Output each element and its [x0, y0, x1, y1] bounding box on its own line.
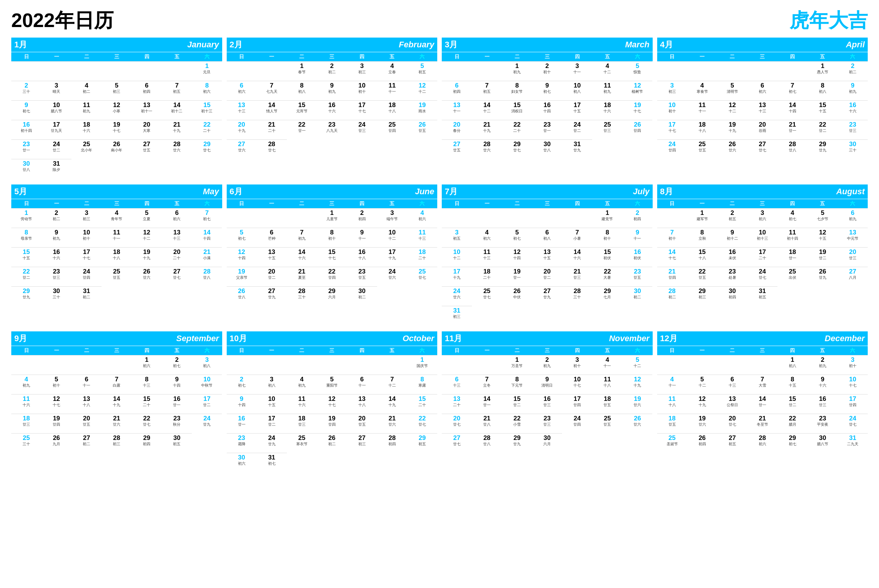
day-number: 1 — [330, 209, 333, 217]
day-number: 21 — [483, 415, 491, 422]
day-number: 20 — [453, 121, 461, 128]
day-sub: 廿八 — [23, 168, 30, 172]
month-block-3月: 3月March日一二三四五六1初九2初十3十一4十二5惊蛰6初四7初五8妇女节9… — [442, 38, 653, 178]
empty-cell — [747, 61, 777, 81]
day-number: 15 — [514, 395, 521, 403]
day-number: 13 — [143, 101, 150, 109]
day-number: 22 — [819, 121, 826, 128]
day-number: 15 — [789, 395, 796, 403]
day-cell: 14十九 — [102, 394, 132, 414]
empty-cell — [717, 61, 747, 81]
day-sub: 父亲节 — [236, 275, 247, 280]
day-cell: 20春分 — [442, 120, 472, 139]
day-header-二: 二 — [502, 346, 532, 355]
day-number: 27 — [83, 434, 90, 442]
day-cell: 18廿一 — [777, 247, 808, 267]
day-cell: 26廿九 — [808, 267, 838, 286]
day-cell: 24廿六 — [377, 267, 407, 286]
day-sub: 廿七 — [418, 275, 426, 280]
day-sub: 廿三 — [849, 256, 856, 260]
day-cell: 28初四 — [377, 433, 407, 453]
day-cell: 10十五 — [257, 394, 287, 414]
day-sub: 寒食节 — [697, 89, 708, 94]
day-cell: 14十六 — [562, 247, 592, 267]
day-sub: 晴天 — [53, 89, 60, 94]
day-sub: 初四 — [699, 442, 706, 446]
day-cell: 10十七 — [838, 375, 868, 394]
day-cell: 25廿五 — [592, 414, 622, 433]
day-sub: 二十 — [268, 128, 276, 133]
day-cell: 24廿九 — [192, 414, 222, 433]
day-header-六: 六 — [838, 199, 868, 208]
en-month-label: December — [825, 334, 865, 343]
day-sub: 初四 — [388, 442, 396, 446]
empty-cell — [102, 355, 132, 375]
day-cell: 3初十 — [562, 355, 592, 375]
day-cell: 22廿二 — [11, 267, 41, 286]
calendar-container: 1月January日一二三四五六1元旦2三十3晴天4初二5初三6初四7初五8初六… — [11, 38, 868, 472]
day-header-三: 三 — [532, 346, 562, 355]
day-cell: 1初六 — [132, 355, 162, 375]
day-cell: 18二十 — [407, 247, 437, 267]
cn-month-label: 10月 — [230, 333, 247, 344]
day-number: 10 — [453, 248, 461, 256]
day-cell: 9初七 — [532, 81, 562, 100]
day-number: 14 — [268, 101, 275, 109]
cn-month-label: 11月 — [445, 333, 462, 344]
day-cell: 6初六 — [162, 208, 192, 228]
day-header-一: 一 — [41, 346, 71, 355]
day-header-三: 三 — [747, 346, 777, 355]
day-number: 16 — [819, 395, 826, 403]
day-number: 27 — [173, 268, 180, 275]
day-sub: 初二 — [83, 89, 90, 94]
day-cell: 19廿四 — [41, 414, 71, 433]
day-sub: 初七 — [543, 89, 551, 94]
day-sub: 十三 — [453, 383, 461, 388]
day-number: 13 — [759, 101, 766, 109]
day-cell: 26中伏 — [502, 286, 532, 306]
day-number: 11 — [604, 376, 611, 383]
day-cell: 16十六 — [838, 100, 868, 120]
day-sub: 初九 — [328, 89, 336, 94]
day-number: 29 — [143, 434, 150, 442]
day-sub: 廿四 — [328, 275, 336, 280]
day-sub: 立夏 — [143, 217, 150, 221]
day-cell: 5立夏 — [132, 208, 162, 228]
day-cell: 19廿六 — [687, 414, 717, 433]
day-cell: 12十四 — [227, 247, 257, 267]
day-sub: 愚人节 — [817, 70, 828, 74]
day-header-五: 五 — [808, 346, 838, 355]
day-number: 18 — [83, 121, 90, 128]
day-number: 23 — [328, 121, 335, 128]
day-number: 24 — [53, 141, 60, 148]
day-sub: 十八 — [83, 403, 90, 407]
day-sub: 二十 — [203, 128, 211, 133]
day-header-五: 五 — [808, 52, 838, 61]
cn-month-label: 1月 — [14, 39, 27, 50]
day-number: 21 — [668, 268, 676, 275]
day-sub: 十五 — [789, 383, 796, 388]
day-cell: 18二十 — [472, 267, 502, 286]
day-sub: 廿七 — [483, 295, 491, 299]
day-cell: 9初九 — [317, 81, 347, 100]
day-sub: 十九 — [453, 275, 461, 280]
day-number: 14 — [388, 395, 396, 403]
day-sub: 廿九 — [23, 295, 30, 299]
day-sub: 初五 — [759, 295, 766, 299]
day-cell: 30初四 — [717, 286, 747, 306]
day-header-二: 二 — [502, 199, 532, 208]
month-block-1月: 1月January日一二三四五六1元旦2三十3晴天4初二5初三6初四7初五8初六… — [11, 38, 222, 178]
day-sub: 初七 — [513, 236, 521, 241]
day-sub: 十二 — [418, 89, 426, 94]
day-sub: 廿三 — [543, 422, 551, 427]
day-cell: 19廿六 — [622, 394, 652, 414]
day-cell: 22廿七 — [132, 414, 162, 433]
day-header-六: 六 — [838, 346, 868, 355]
day-number: 30 — [53, 287, 60, 295]
day-cell: 3初六 — [747, 208, 777, 228]
day-sub: 初八 — [298, 89, 306, 94]
day-number: 22 — [514, 415, 521, 422]
day-cell: 8下元节 — [502, 375, 532, 394]
day-cell: 27初三 — [347, 433, 377, 453]
day-cell: 12十二 — [717, 100, 747, 120]
